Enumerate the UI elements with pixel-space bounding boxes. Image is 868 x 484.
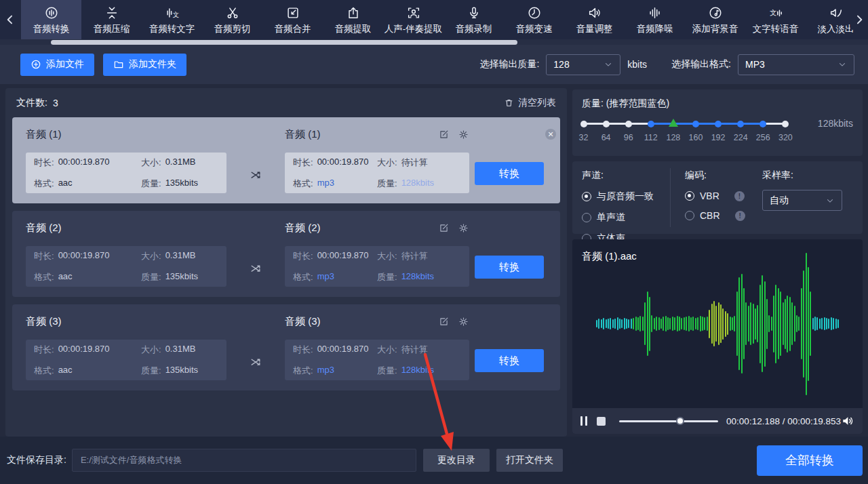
stop-button[interactable] <box>597 417 606 426</box>
settings-button[interactable] <box>458 316 469 327</box>
tab-audio-denoise[interactable]: 音频降噪 <box>625 0 685 39</box>
quality-tick-dot[interactable] <box>760 121 766 127</box>
quality-tick-dot[interactable] <box>692 121 699 127</box>
quality-tick-label: 256 <box>751 133 774 142</box>
scroll-tabs-left-button[interactable] <box>1 9 19 30</box>
gear-icon <box>458 316 469 327</box>
swap-icon <box>249 262 262 275</box>
tab-audio-record[interactable]: 音频录制 <box>443 0 504 39</box>
divider <box>670 168 671 227</box>
toolbar-tabs: 音频转换音频压缩文音频转文字音频剪切音频合并音频提取人声-伴奏提取音频录制音频变… <box>21 0 856 39</box>
source-info-panel: 时长:00:00:19.870大小:0.31MB格式:aac质量:135kbit… <box>26 340 226 380</box>
radio-icon <box>582 213 591 222</box>
svg-text:文: 文 <box>172 10 179 18</box>
tab-audio-merge[interactable]: 音频合并 <box>262 0 323 39</box>
playback-slider[interactable] <box>619 420 718 422</box>
tab-audio-extract[interactable]: 音频提取 <box>323 0 383 39</box>
playback-slider-handle[interactable] <box>676 417 684 425</box>
convert-all-button[interactable]: 全部转换 <box>757 445 863 476</box>
quality-tick-dot[interactable] <box>625 121 632 127</box>
output-format-label: 选择输出格式: <box>671 58 731 70</box>
toolbar-scrollbar-thumb[interactable] <box>51 40 517 45</box>
equalizer-icon <box>648 5 663 20</box>
target-file-name: 音频 (2) <box>285 220 321 236</box>
radio-icon <box>582 192 591 201</box>
output-quality-unit: kbits <box>627 59 647 70</box>
tab-add-background-music[interactable]: 添加背景音 <box>685 0 745 39</box>
tab-vocal-accompaniment-extract[interactable]: 人声-伴奏提取 <box>383 0 443 39</box>
playback-time: 00:00:12.188 / 00:00:19.853 <box>726 416 841 426</box>
file-card-2[interactable]: 音频 (2)时长:00:00:19.870大小:0.31MB格式:aac质量:1… <box>12 211 560 297</box>
clock-icon <box>527 5 542 20</box>
add-folder-button[interactable]: 添加文件夹 <box>103 54 186 76</box>
encode-option[interactable]: VBR! <box>685 190 745 201</box>
settings-button[interactable] <box>458 129 469 140</box>
tab-audio-cut[interactable]: 音频剪切 <box>202 0 262 39</box>
clear-list-button[interactable]: 清空列表 <box>504 97 556 109</box>
tts-icon: 文 <box>768 5 783 20</box>
channel-option[interactable]: 与原音频一致 <box>582 190 654 203</box>
open-folder-button[interactable]: 打开文件夹 <box>496 449 563 472</box>
rename-button[interactable] <box>438 316 450 327</box>
quality-slider[interactable]: 326496112128160192224256320 <box>572 117 803 146</box>
tab-audio-compress[interactable]: 音频压缩 <box>81 0 142 39</box>
quality-tick-label: 320 <box>774 133 797 142</box>
change-dir-button[interactable]: 更改目录 <box>423 449 490 472</box>
tab-audio-to-text[interactable]: 文音频转文字 <box>142 0 202 39</box>
channel-option[interactable]: 单声道 <box>582 211 654 224</box>
convert-button[interactable]: 转换 <box>475 349 544 372</box>
quality-tick-dot[interactable] <box>782 121 789 127</box>
target-info-panel: 时长:00:00:19.870大小:待计算格式:mp3质量:128kbits <box>285 153 469 193</box>
add-file-button[interactable]: 添加文件 <box>20 54 94 76</box>
tab-audio-convert[interactable]: 音频转换 <box>21 0 81 39</box>
convert-button[interactable]: 转换 <box>475 162 544 185</box>
source-info-panel: 时长:00:00:19.870大小:0.31MB格式:aac质量:135kbit… <box>26 153 226 193</box>
chevron-down-icon <box>837 60 847 69</box>
tab-text-to-speech[interactable]: 文文字转语音 <box>745 0 806 39</box>
rename-button[interactable] <box>438 222 450 234</box>
quality-tick-dot[interactable] <box>715 121 722 127</box>
info-icon[interactable]: ! <box>735 211 745 221</box>
scroll-tabs-right-button[interactable] <box>850 9 868 30</box>
tab-volume-adjust[interactable]: 音量调整 <box>564 0 625 39</box>
target-file-name: 音频 (1) <box>285 126 321 142</box>
player-bar: 00:00:12.188 / 00:00:19.853 <box>572 408 863 434</box>
output-quality-select[interactable]: 128 <box>546 54 620 75</box>
convert-button[interactable]: 转换 <box>475 256 544 279</box>
quality-tick-dot[interactable] <box>737 121 744 127</box>
file-card-3[interactable]: 音频 (3)时长:00:00:19.870大小:0.31MB格式:aac质量:1… <box>12 304 560 390</box>
rename-button[interactable] <box>438 129 450 140</box>
source-file-name: 音频 (1) <box>26 126 226 142</box>
chevron-right-icon <box>852 13 866 26</box>
microphone-icon <box>467 5 481 20</box>
quality-title: 质量: (推荐范围蓝色) <box>582 98 669 110</box>
volume-icon[interactable] <box>841 414 854 428</box>
samplerate-value: 自动 <box>770 195 789 207</box>
settings-button[interactable] <box>458 222 469 234</box>
merge-icon <box>285 5 300 20</box>
quality-tick-label: 112 <box>639 133 663 142</box>
file-card-1[interactable]: 音频 (1)时长:00:00:19.870大小:0.31MB格式:aac质量:1… <box>12 117 560 203</box>
file-count-label: 文件数: <box>16 97 47 109</box>
pause-button[interactable] <box>580 416 587 426</box>
save-dir-input[interactable] <box>72 449 416 472</box>
source-info-panel: 时长:00:00:19.870大小:0.31MB格式:aac质量:135kbit… <box>26 246 226 287</box>
encode-option[interactable]: CBR! <box>685 210 745 221</box>
toolbar-scrollbar <box>0 39 868 45</box>
remove-file-button[interactable]: ✕ <box>545 129 556 140</box>
output-format-select[interactable]: MP3 <box>738 54 854 75</box>
quality-tick-label: 160 <box>684 133 707 142</box>
gear-icon <box>458 222 469 234</box>
quality-tick-dot[interactable] <box>603 121 610 127</box>
quality-marker[interactable] <box>669 119 678 127</box>
info-icon[interactable]: ! <box>734 191 745 201</box>
tab-fade-in-out[interactable]: 淡入淡出 <box>806 0 856 39</box>
tab-audio-speed[interactable]: 音频变速 <box>504 0 564 39</box>
quality-tick-dot[interactable] <box>648 121 654 127</box>
save-dir-label: 文件保存目录: <box>7 454 66 466</box>
quality-tick-dot[interactable] <box>580 121 587 127</box>
samplerate-select[interactable]: 自动 <box>762 190 842 211</box>
plus-circle-icon <box>31 59 41 70</box>
chevron-down-icon <box>604 60 613 69</box>
swap-icon-wrap <box>226 220 285 297</box>
